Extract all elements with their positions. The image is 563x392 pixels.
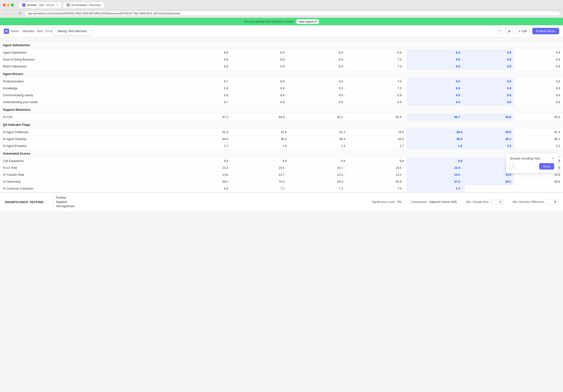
table-row: Ease of Doing Business 6.8 6.8 ○ 6.9 ○ 7… <box>0 56 563 63</box>
edit-label: Edit <box>522 29 527 33</box>
comparison-param: Comparison: Adjacent column (left) <box>411 200 457 204</box>
col2-value: 6.8 ○ <box>231 99 290 106</box>
col3-value: 81.2 <box>290 129 348 136</box>
metric-label: Understanding your needs <box>0 99 182 106</box>
col3-header <box>290 37 348 41</box>
popup-done-button[interactable]: Done <box>539 163 554 170</box>
col6-value <box>514 185 563 192</box>
col5-value: 6.9 ○ <box>407 63 465 70</box>
done-label: Done <box>543 164 550 168</box>
col5-value: 67.5 ○ <box>407 178 465 185</box>
section-header-row: Agent Drivers <box>0 70 563 78</box>
tab-medallia[interactable]: M Medallia - Test - 23 nov ✕ <box>19 2 62 8</box>
col1-value: 6.8 <box>182 56 231 63</box>
col2-value: 64.9 ○ <box>231 114 290 121</box>
breadcrumb-home[interactable]: Home <box>11 29 19 33</box>
close-traffic-light[interactable] <box>3 4 6 6</box>
col5-value: 66.7 ○ <box>407 114 465 121</box>
section-header-label: Agent Drivers <box>0 70 563 78</box>
significance-params: Significance Level: 5% Comparison: Adjac… <box>372 199 558 204</box>
notification-text: You are viewing Rick Mecham's screen <box>244 20 294 23</box>
significance-level-value: 5% <box>397 200 402 204</box>
col3-value: 1.9 <box>290 143 348 150</box>
table-row: Call Experience 6.9 6.9 6.8 6.8 6.8 6.8 … <box>0 158 563 164</box>
col5-highlight-value <box>465 185 514 192</box>
col3-value: 65.1 ○ <box>290 114 348 121</box>
significance-legend: ↑ Positive ↓ Negative ○ Not-significant <box>53 196 74 208</box>
maximize-traffic-light[interactable] <box>11 4 14 6</box>
metric-label: Knowledge <box>0 85 182 92</box>
col2-value: 6.8 ○ <box>231 56 290 63</box>
breadcrumb-sep-1: › <box>20 29 21 33</box>
minimize-traffic-light[interactable] <box>7 4 10 6</box>
metric-label: Professionalism <box>0 78 182 85</box>
chevron-left-icon: ‹ <box>512 164 513 168</box>
col5-highlight-value: 6.8 <box>465 56 514 63</box>
data-table: Agent Satisfaction Agent Satisfaction 6.… <box>0 37 563 192</box>
col-metric-header <box>0 37 182 41</box>
col1-value: 2.7 <box>182 143 231 150</box>
smooth-scrolling-popup: Smooth Scrolling Test × ‹ Done <box>506 153 558 173</box>
section-header-row: Automated Scores <box>0 150 563 158</box>
table-row: % Ownership 69.1 70.3 ○ 69.3 ○ 68.8 ○ 67… <box>0 178 563 185</box>
col3-value: 6.8 ○ <box>290 78 348 85</box>
col2-value: 23.5 ○ <box>231 164 290 171</box>
col5-highlight-value: 6.8 <box>465 99 514 106</box>
help-button[interactable]: ? <box>496 28 502 35</box>
col7-header <box>514 37 563 41</box>
col5-highlight-value: 6.9 <box>465 85 514 92</box>
section-header-row: Support Behaviors <box>0 106 563 114</box>
col3-value: 6.9 ○ <box>290 85 348 92</box>
url-bar[interactable]: app.teamwalnut.com/storylines/ef04f261-8… <box>25 11 560 16</box>
table-row: % CX Risk 23.2 23.5 ○ 23.7 ○ 23.5 ○ 22.9… <box>0 164 563 171</box>
col4-value: 7.0 ○ <box>348 85 407 92</box>
col2-value: 6.8 ○ <box>231 92 290 99</box>
publish-button[interactable]: Publish Demo <box>532 28 559 34</box>
col1-value: 6.8 <box>182 92 231 99</box>
tab-close-medallia[interactable]: ✕ <box>56 4 58 6</box>
col5-highlight-value: 2.0 <box>465 143 514 150</box>
col5-highlight-value: 6.9 <box>465 92 514 99</box>
col5-value: 2.8 <box>407 143 465 150</box>
section-header-label: QA Indicator Flags <box>0 121 563 129</box>
min-sample-size-label: Min. Sample Size: <box>466 200 489 204</box>
col2-value: 6.9 ○ <box>231 85 290 92</box>
col6-value: 6.9 <box>514 63 563 70</box>
tab-title-medallia: Medallia - Test - 23 nov <box>27 4 54 6</box>
comparison-label: Comparison: <box>411 200 427 204</box>
popup-close-button[interactable]: × <box>552 156 554 160</box>
col3-value: 95.4 <box>290 136 348 143</box>
app-header: W Home › Medallia - Test - 23 nov › 1.4 … <box>0 25 563 37</box>
metric-label: Call Experience <box>0 158 182 164</box>
grid-view-button[interactable]: ⊞ <box>505 28 513 34</box>
col6-value: 95.1 <box>514 136 563 143</box>
table-row: Agent Satisfaction 6.8 6.8 ○ 6.9 ○ 6.9 ○… <box>0 49 563 56</box>
min-absolute-diff-input[interactable] <box>546 199 558 204</box>
edit-button[interactable]: ✏ Edit <box>516 28 529 34</box>
col6-value: 6.8 <box>514 56 563 63</box>
min-sample-size-input[interactable] <box>491 199 503 204</box>
metric-label: % Customer Confusion <box>0 185 182 192</box>
col3-value: 6.9 ○ <box>290 56 348 63</box>
col6-value: 6.8 <box>514 85 563 92</box>
back-button[interactable]: ← <box>3 11 9 16</box>
section-header-label: Support Behaviors <box>0 106 563 114</box>
breadcrumb-project[interactable]: Medallia - Test - 23 nov <box>23 29 54 33</box>
popup-prev-button[interactable]: ‹ <box>510 163 515 170</box>
reload-button[interactable]: ↻ <box>17 11 23 16</box>
col3-value: 69.3 ○ <box>290 178 348 185</box>
table-row: % FCR 67.3 64.9 ○ 65.1 ○ 65.9 ○ 66.7 ○ 6… <box>0 114 563 121</box>
table-row: % Agent Politeness 81.3 81.8 81.2 79.5 8… <box>0 129 563 136</box>
metric-label: % Agent Politeness <box>0 129 182 136</box>
col2-value: 70.3 ○ <box>231 178 290 185</box>
col4-value: 6.9 ○ <box>348 49 407 56</box>
col3-value: 13.3 ○ <box>290 171 348 178</box>
view-options-button[interactable]: View Options ▾ <box>296 19 319 24</box>
legend-positive: ↑ Positive <box>53 196 74 199</box>
address-bar: ← → ↻ app.teamwalnut.com/storylines/ef04… <box>0 10 563 18</box>
col6-header <box>465 37 514 41</box>
col1-value: 6.8 <box>182 63 231 70</box>
col5-value: 22.9 ○ <box>407 164 465 171</box>
tab-text-analytics[interactable]: T Text Analytics - Discovery <box>63 2 104 8</box>
forward-button[interactable]: → <box>10 11 16 16</box>
